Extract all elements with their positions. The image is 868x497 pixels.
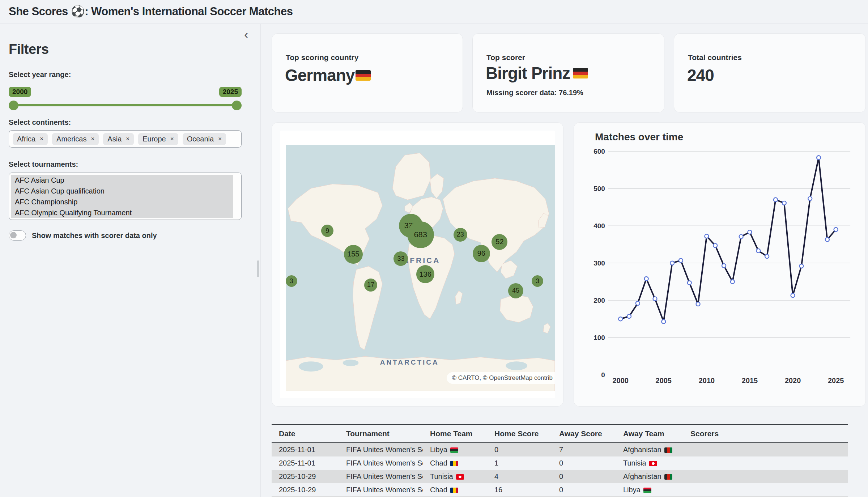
metric-card-total-countries: Total countries 240 [674,33,866,112]
page-header: She Scores ⚽: Women's International Socc… [0,0,868,24]
world-map[interactable]: AFRICA ANTARCTICA 9155333683235296331361… [286,145,555,391]
chart-data-point [722,264,726,268]
tournament-option[interactable]: AFC Asian Cup qualification [11,186,233,196]
afghanistan-flag-icon [664,447,672,453]
continent-pill-label: Africa [17,135,35,143]
filters-sidebar: ‹ Filters Select year range: 2000 2025 S… [0,24,261,497]
chart-data-point [713,243,717,247]
year-min-badge: 2000 [9,87,31,97]
continent-pill[interactable]: Europe× [138,133,178,145]
slider-handle-max[interactable] [232,101,242,110]
table-row: 2025-10-29FIFA Unites Women's SeriesChad… [272,483,848,497]
table-cell: FIFA Unites Women's Series [339,470,423,483]
continent-pill-label: Asia [107,135,122,143]
table-cell: Tunisia [616,456,683,470]
table-cell [683,483,848,497]
metric-delta: Missing scorer data: 76.19% [486,89,583,97]
map-cluster-bubble[interactable]: 96 [473,245,490,262]
chart-data-point [644,277,648,281]
chart-data-point [688,281,692,285]
slider-track[interactable] [12,104,238,106]
table-cell: Chad [423,456,487,470]
chad-flag-icon [450,461,458,466]
slider-handle-min[interactable] [9,101,18,110]
chart-data-point [670,261,674,265]
map-cluster-bubble[interactable]: 3 [532,275,543,287]
continents-multiselect[interactable]: Africa×Americas×Asia×Europe×Oceania× [9,130,242,148]
column-header: Scorers [683,425,848,443]
column-header: Tournament [339,425,423,443]
remove-icon[interactable]: × [40,135,43,143]
table-cell: Libya [616,483,683,497]
table-row: 2025-11-01FIFA Unites Women's SeriesLiby… [272,443,848,456]
continents-label: Select continents: [9,118,71,127]
table-row: 2025-11-01FIFA Unites Women's SeriesChad… [272,456,848,470]
chart-data-point [834,228,838,231]
continent-pill[interactable]: Oceania× [183,133,226,145]
table-cell [683,456,848,470]
antarctica-map-label: ANTARCTICA [380,358,439,366]
metric-value: Germany [285,65,371,85]
svg-text:2020: 2020 [785,377,801,385]
tournaments-listbox[interactable]: AFC Asian CupAFC Asian Cup qualification… [9,173,242,220]
tournament-option[interactable]: AFC Olympic Qualifying Tournament [11,207,233,218]
year-max-badge: 2025 [219,87,242,97]
remove-icon[interactable]: × [218,135,222,143]
chart-data-point [618,317,622,321]
sidebar-scrollbar-thumb[interactable] [257,260,259,277]
chart-data-point [748,230,752,234]
continent-pill[interactable]: Africa× [13,133,48,145]
germany-flag-icon [356,70,371,81]
year-range-slider[interactable]: 2000 2025 [9,87,242,116]
table-row: 2025-10-29FIFA Unites Women's SeriesTuni… [272,470,848,483]
map-attribution[interactable]: © CARTO, © OpenStreetMap contrib [447,372,555,384]
remove-icon[interactable]: × [91,135,94,143]
map-cluster-bubble[interactable]: 3 [286,275,297,287]
map-cluster-bubble[interactable]: 136 [416,265,434,283]
remove-icon[interactable]: × [170,135,174,143]
remove-icon[interactable]: × [126,135,129,143]
chart-data-point [791,293,795,297]
table-cell [683,470,848,483]
continent-pill[interactable]: Americas× [52,133,99,145]
toggle-knob-icon [10,232,17,238]
scorer-toggle[interactable] [9,230,26,241]
svg-text:400: 400 [593,222,605,230]
scorer-toggle-label: Show matches with scorer data only [32,231,157,240]
column-header: Away Score [552,425,616,443]
map-cluster-bubble[interactable]: 683 [407,221,434,248]
table-cell: 0 [487,443,552,456]
tournament-option[interactable]: AFC Asian Cup [11,175,233,186]
chart-data-point [739,235,743,239]
year-range-label: Select year range: [9,71,71,79]
map-cluster-bubble[interactable]: 17 [364,279,377,292]
tunisia-flag-icon [649,461,657,466]
column-header: Away Team [616,425,683,443]
svg-text:200: 200 [593,297,605,304]
map-panel: AFRICA ANTARCTICA 9155333683235296331361… [280,131,555,398]
map-cluster-bubble[interactable]: 23 [454,228,467,242]
table-cell: 0 [552,483,616,497]
svg-text:2000: 2000 [613,377,629,385]
table-cell: 2025-11-01 [272,456,339,470]
metric-value: Birgit Prinz [486,63,588,83]
map-cluster-bubble[interactable]: 33 [393,251,408,266]
chevron-left-icon[interactable]: ‹ [244,29,248,40]
map-cluster-bubble[interactable]: 9 [321,225,333,237]
table-cell [683,443,848,456]
tournaments-options: AFC Asian CupAFC Asian Cup qualification… [11,175,233,218]
chart-data-point [799,264,803,268]
continent-pill[interactable]: Asia× [103,133,134,145]
chart-data-point [817,156,821,160]
map-cluster-bubble[interactable]: 155 [344,245,363,264]
map-cluster-bubble[interactable]: 45 [508,283,523,298]
metric-card-top-country: Top scoring country Germany [272,33,463,112]
table-cell: 1 [487,456,552,470]
svg-text:2005: 2005 [656,377,672,385]
table-cell: FIFA Unites Women's Series [339,443,423,456]
tournament-option[interactable]: AFC Championship [11,196,233,207]
table-cell: 2025-10-29 [272,470,339,483]
continent-pill-label: Oceania [187,135,214,143]
chart-data-point [782,201,786,205]
map-cluster-bubble[interactable]: 52 [492,234,507,250]
